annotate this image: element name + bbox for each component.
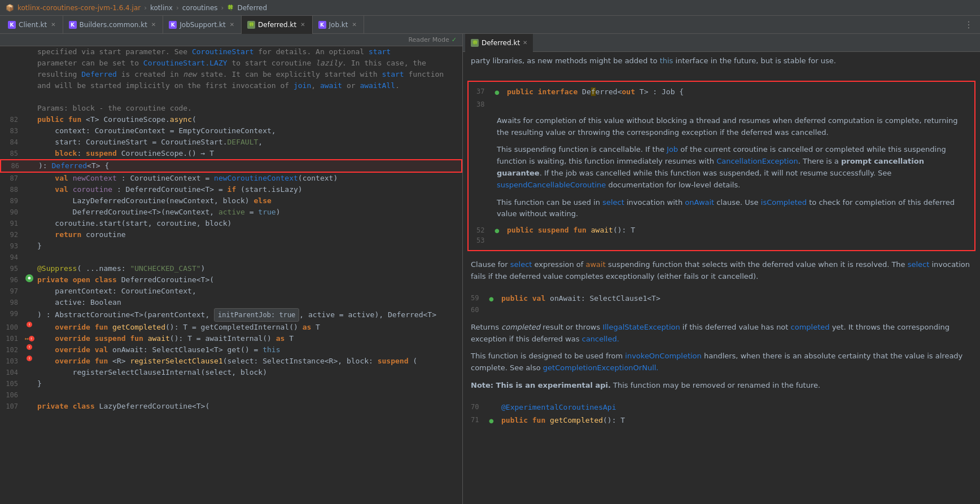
green-dot-52: ● xyxy=(495,227,500,234)
close-builders-tab[interactable]: ✕ xyxy=(150,21,157,28)
tab-menu-button[interactable]: ⋮ xyxy=(960,19,978,30)
code-line-102: 102 ↑ override val onAwait: SelectClause… xyxy=(0,344,462,356)
code-line-106: 106 xyxy=(0,389,462,401)
tab-builders-kt[interactable]: K Builders.common.kt ✕ xyxy=(63,16,164,34)
subpackage-label[interactable]: coroutines xyxy=(182,4,218,12)
onawait-signature: public val onAwait: SelectClause1<T> xyxy=(501,294,660,303)
jar-icon: 📦 xyxy=(6,4,14,12)
doc-line-71: 71 xyxy=(471,416,484,424)
code-line-98: 98 active: Boolean xyxy=(0,297,462,308)
doc-clause-section: Clause for select expression of await su… xyxy=(463,256,980,292)
package-label[interactable]: kotlinx xyxy=(150,4,173,12)
file-icon-bc: 🍀 xyxy=(227,5,234,11)
doc-line-70: 70 xyxy=(471,403,484,411)
doc-line-59: 59 xyxy=(471,294,484,302)
gutter-102: ↑ xyxy=(27,344,32,350)
sep1: › xyxy=(144,4,147,12)
code-line-c1: specified via start parameter. See Corou… xyxy=(0,46,462,58)
experimental-annotation: @ExperimentalCoroutinesApi xyxy=(501,403,616,411)
main-content: Reader Mode ✓ specified via start parame… xyxy=(0,34,980,504)
tab-label-job: Job.kt xyxy=(329,21,348,29)
tab-jobsupport-kt[interactable]: K JobSupport.kt ✕ xyxy=(163,16,242,34)
doc-panel: 🍀 Deferred.kt ✕ party libraries, as new … xyxy=(463,34,980,504)
doc-gutter-59: ● xyxy=(489,294,497,303)
doc-tab-icon: 🍀 xyxy=(471,39,479,47)
close-jobsupport-tab[interactable]: ✕ xyxy=(229,21,235,28)
tab-job-kt[interactable]: K Job.kt ✕ xyxy=(313,16,364,34)
green-dot-37: ● xyxy=(495,89,500,95)
doc-line-38: 38 xyxy=(476,100,490,108)
doc-gutter-71: ● xyxy=(489,416,497,424)
code-line-86: 86 ): Deferred<T> { xyxy=(0,159,462,173)
doc-content[interactable]: party libraries, as new methods might be… xyxy=(463,52,980,504)
sep3: › xyxy=(221,4,224,12)
tab-icon-jobsupport: K xyxy=(169,21,177,29)
code-line-params: Params: block - the coroutine code. xyxy=(0,103,462,114)
gutter-101b: ↑ xyxy=(29,336,34,341)
doc-select-text: This function can be used in select invo… xyxy=(497,197,966,221)
code-line-101: 101 ↔ ↑ override suspend fun await(): T … xyxy=(0,333,462,344)
code-line-c4: and will be started implicitly on the fi… xyxy=(0,80,462,91)
gutter-100: ↑ xyxy=(27,322,32,327)
doc-intro-text: party libraries, as new methods might be… xyxy=(471,55,972,67)
code-line-83: 83 context: CoroutineContext = EmptyCoro… xyxy=(0,125,462,137)
gutter-96: ● xyxy=(25,274,33,282)
doc-tabs-bar: 🍀 Deferred.kt ✕ xyxy=(463,34,980,52)
code-line-91: 91 coroutine.start(start, coroutine, blo… xyxy=(0,218,462,229)
green-dot-59: ● xyxy=(489,296,494,302)
doc-line53-row: 53 xyxy=(476,236,966,244)
doc-designed-text: This function is designed to be used fro… xyxy=(471,350,972,374)
getcompleted-signature: public fun getCompleted(): T xyxy=(501,416,625,424)
doc-await-description: Awaits for completion of this value with… xyxy=(497,115,966,139)
tab-icon-client: K xyxy=(8,21,16,29)
code-line-87: 87 val newContext : CoroutineContext = n… xyxy=(0,173,462,184)
doc-intro: party libraries, as new methods might be… xyxy=(463,52,980,76)
code-area[interactable]: specified via start parameter. See Corou… xyxy=(0,46,462,504)
doc-onawait-row: 59 ● public val onAwait: SelectClause1<T… xyxy=(463,292,980,305)
code-line-96: 96 ● private open class DeferredCoroutin… xyxy=(0,274,462,286)
code-line-85: 85 block: suspend CoroutineScope.() → T xyxy=(0,148,462,159)
code-line-84: 84 start: CoroutineStart = CoroutineStar… xyxy=(0,137,462,148)
close-deferred-tab[interactable]: ✕ xyxy=(299,21,306,28)
code-line-c2: parameter can be set to CoroutineStart.L… xyxy=(0,58,462,69)
tab-label-client: Client.kt xyxy=(19,21,47,29)
close-job-tab[interactable]: ✕ xyxy=(351,21,358,28)
green-dot-71: ● xyxy=(489,418,494,424)
code-line-c3: resulting Deferred is created in new sta… xyxy=(0,69,462,80)
doc-line-52: 52 xyxy=(476,226,490,234)
doc-line-60: 60 xyxy=(471,306,484,314)
doc-experimental-row: 70 @ExperimentalCoroutinesApi xyxy=(463,401,980,414)
editor-panel: Reader Mode ✓ specified via start parame… xyxy=(0,34,463,504)
doc-cancellable-text: This suspending function is cancellable.… xyxy=(497,144,966,191)
tab-icon-builders: K xyxy=(69,21,77,29)
code-line-105: 105 } xyxy=(0,378,462,389)
file-label[interactable]: Deferred xyxy=(237,4,267,12)
reader-mode-button[interactable]: Reader Mode ✓ xyxy=(408,36,457,43)
code-line-blank1 xyxy=(0,91,462,103)
doc-getcompleted-row: 71 ● public fun getCompleted(): T xyxy=(463,414,980,427)
tab-deferred-kt[interactable]: 🍀 Deferred.kt ✕ xyxy=(242,16,312,34)
code-line-107: 107 private class LazyDeferredCoroutine<… xyxy=(0,401,462,412)
tab-label-jobsupport: JobSupport.kt xyxy=(180,21,225,29)
code-line-92: 92 return coroutine xyxy=(0,229,462,240)
doc-tab-label: Deferred.kt xyxy=(482,39,520,47)
doc-note-text: Note: This is an experimental api. This … xyxy=(471,380,972,392)
code-line-97: 97 parentContext: CoroutineContext, xyxy=(0,286,462,297)
await-signature: public suspend fun await(): T xyxy=(507,226,635,234)
sep2: › xyxy=(176,4,179,12)
jar-label[interactable]: kotlinx-coroutines-core-jvm-1.6.4.jar xyxy=(18,4,141,12)
doc-gutter-37: ● xyxy=(495,87,502,96)
close-client-tab[interactable]: ✕ xyxy=(50,21,56,28)
checkmark-icon: ✓ xyxy=(452,36,457,43)
doc-line-53: 53 xyxy=(476,236,490,244)
doc-returns-section: Returns completed result or throws Illeg… xyxy=(463,318,980,401)
reader-mode-label: Reader Mode xyxy=(408,36,449,43)
tab-client-kt[interactable]: K Client.kt ✕ xyxy=(2,16,63,34)
doc-await-signature-row: 52 ● public suspend fun await(): T xyxy=(476,226,966,234)
doc-gutter-52: ● xyxy=(495,226,502,234)
interface-code: public interface Deferred<out T> : Job { xyxy=(507,87,684,96)
code-line-93: 93 } xyxy=(0,240,462,252)
doc-tab-deferred[interactable]: 🍀 Deferred.kt ✕ xyxy=(465,34,533,52)
doc-line-37: 37 xyxy=(476,87,490,95)
doc-close-tab[interactable]: ✕ xyxy=(523,40,527,46)
